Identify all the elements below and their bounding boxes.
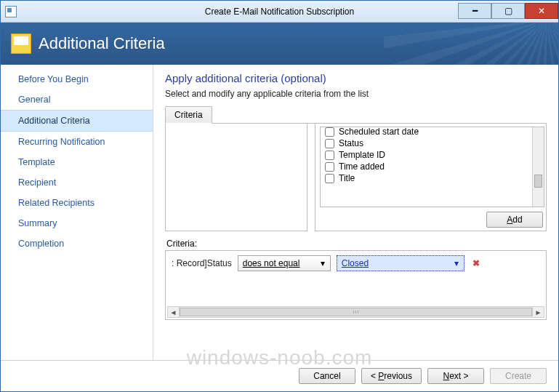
create-button: Create xyxy=(490,368,547,384)
body: Before You Begin General Additional Crit… xyxy=(1,65,558,360)
scroll-thumb[interactable] xyxy=(534,175,542,188)
maximize-button[interactable]: ▢ xyxy=(491,3,525,19)
scroll-left-icon[interactable]: ◄ xyxy=(168,307,180,317)
nav-additional-criteria[interactable]: Additional Criteria xyxy=(1,110,153,132)
operator-combo[interactable]: does not equal ▾ xyxy=(238,255,331,271)
minimize-button[interactable]: ━ xyxy=(458,3,491,19)
prop-checkbox[interactable] xyxy=(325,139,334,148)
hscroll-thumb[interactable] xyxy=(180,308,532,316)
nav-before-you-begin[interactable]: Before You Begin xyxy=(1,69,153,89)
window-controls: ━ ▢ ✕ xyxy=(458,4,558,19)
delete-row-icon[interactable]: ✖ xyxy=(470,258,482,268)
operator-value: does not equal xyxy=(243,258,300,268)
cancel-button[interactable]: Cancel xyxy=(299,368,355,384)
prop-checkbox[interactable] xyxy=(325,174,334,183)
nav-template[interactable]: Template xyxy=(1,152,153,172)
tab-criteria[interactable]: Criteria xyxy=(165,106,212,124)
prop-template-id[interactable]: Template ID xyxy=(323,149,529,161)
nav-completion[interactable]: Completion xyxy=(1,233,153,254)
footer: Cancel < Previous Next > Create xyxy=(1,360,558,391)
prop-time-added[interactable]: Time added xyxy=(323,161,529,172)
banner-title: Additional Criteria xyxy=(39,34,165,53)
close-button[interactable]: ✕ xyxy=(525,3,558,19)
page-heading: Apply additional criteria (optional) xyxy=(165,72,547,84)
add-button[interactable]: Add xyxy=(486,212,543,228)
titlebar: Create E-Mail Notification Subscription … xyxy=(1,1,558,23)
criteria-hscroll[interactable]: ◄ ► xyxy=(167,306,544,318)
criteria-row: : Record]Status does not equal ▾ Closed … xyxy=(166,251,546,276)
nav-recipient[interactable]: Recipient xyxy=(1,172,153,193)
banner-decoration xyxy=(384,23,558,65)
app-icon xyxy=(5,6,17,17)
criteria-label: Criteria: xyxy=(166,239,547,249)
property-scrollbar[interactable] xyxy=(532,127,544,207)
prop-title[interactable]: Title xyxy=(323,172,529,184)
previous-button[interactable]: < Previous xyxy=(361,368,422,384)
next-button[interactable]: Next > xyxy=(427,368,484,384)
prop-scheduled-start-date[interactable]: Scheduled start date xyxy=(323,127,529,137)
nav-recurring-notification[interactable]: Recurring Notification xyxy=(1,132,153,152)
criteria-field: : Record]Status xyxy=(172,258,232,268)
prop-checkbox[interactable] xyxy=(325,162,334,172)
page-instruction: Select and modify any applicable criteri… xyxy=(165,89,547,99)
property-list[interactable]: Scheduled start date Status Template ID … xyxy=(320,127,544,207)
main-panel: Apply additional criteria (optional) Sel… xyxy=(153,65,558,360)
banner-icon xyxy=(11,33,31,54)
criteria-panes: Scheduled start date Status Template ID … xyxy=(165,124,547,231)
criteria-value: Closed xyxy=(342,258,369,268)
value-combo[interactable]: Closed ▾ xyxy=(337,255,465,271)
scroll-right-icon[interactable]: ► xyxy=(532,307,544,317)
nav-related-recipients[interactable]: Related Recipients xyxy=(1,193,153,213)
tab-strip: Criteria xyxy=(165,105,547,124)
chevron-down-icon: ▾ xyxy=(318,258,328,268)
nav-general[interactable]: General xyxy=(1,89,153,110)
banner: Additional Criteria xyxy=(1,23,558,65)
wizard-window: Create E-Mail Notification Subscription … xyxy=(0,0,559,392)
property-pane: Scheduled start date Status Template ID … xyxy=(315,124,547,231)
class-tree-pane[interactable] xyxy=(165,124,307,231)
prop-checkbox[interactable] xyxy=(325,127,334,137)
chevron-down-icon: ▾ xyxy=(451,258,462,268)
wizard-nav: Before You Begin General Additional Crit… xyxy=(1,65,153,360)
nav-summary[interactable]: Summary xyxy=(1,213,153,233)
prop-status[interactable]: Status xyxy=(323,137,529,149)
prop-checkbox[interactable] xyxy=(325,151,334,160)
criteria-box: : Record]Status does not equal ▾ Closed … xyxy=(165,250,547,320)
